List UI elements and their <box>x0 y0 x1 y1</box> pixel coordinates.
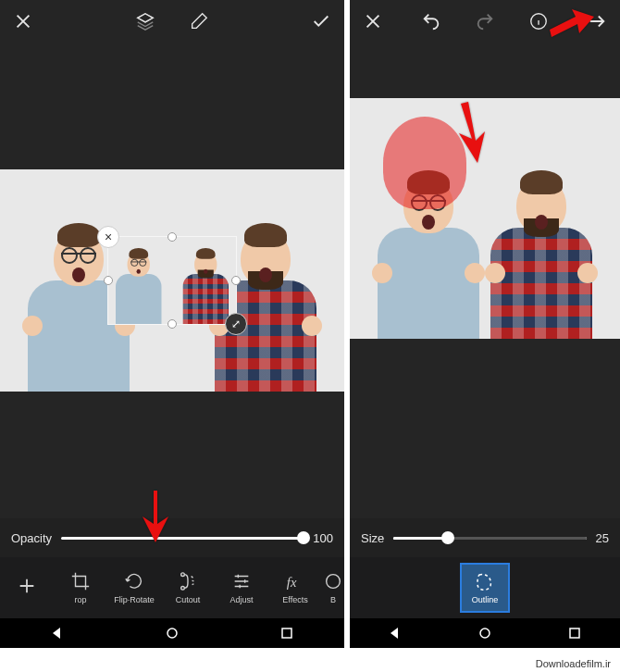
topbar <box>0 0 344 43</box>
undo-icon[interactable] <box>417 7 445 35</box>
size-value: 25 <box>596 531 609 545</box>
svg-rect-8 <box>570 628 579 638</box>
watermark: Downloadefilm.ir <box>532 657 614 670</box>
canvas[interactable]: × ⤢ <box>0 43 344 518</box>
opacity-value: 100 <box>313 531 333 545</box>
svg-point-4 <box>167 628 177 638</box>
svg-point-3 <box>327 575 341 589</box>
recent-icon[interactable] <box>567 626 582 641</box>
redo-icon[interactable] <box>471 7 499 35</box>
recent-icon[interactable] <box>279 626 294 641</box>
opacity-slider[interactable] <box>61 537 304 540</box>
svg-point-0 <box>181 573 185 577</box>
home-icon[interactable] <box>477 626 492 641</box>
size-slider[interactable] <box>393 537 586 540</box>
close-icon[interactable] <box>359 7 387 35</box>
editor-left-panel: × ⤢ Opacity 100 rop <box>0 0 344 648</box>
crop-button[interactable]: rop <box>54 571 107 604</box>
android-navbar <box>0 618 344 648</box>
svg-text:fx: fx <box>287 575 297 590</box>
effects-button[interactable]: fx Effects <box>268 571 322 604</box>
back-icon[interactable] <box>388 626 403 641</box>
svg-point-7 <box>480 628 490 638</box>
bottom-toolbar: Outline <box>350 557 620 618</box>
blend-button[interactable]: B <box>322 571 344 604</box>
add-button[interactable] <box>0 576 54 600</box>
selection-overlay[interactable]: × ⤢ <box>107 236 237 325</box>
annotation-arrow-icon <box>452 102 489 168</box>
outline-button[interactable]: Outline <box>460 563 510 613</box>
bottom-toolbar: rop Flip·Rotate Cutout Adjust fx Effects… <box>0 557 344 618</box>
editor-right-panel: Tap to cut out <box>350 0 620 648</box>
adjust-button[interactable]: Adjust <box>215 571 268 604</box>
layers-icon[interactable] <box>131 7 159 35</box>
eraser-icon[interactable] <box>185 7 213 35</box>
opacity-label: Opacity <box>11 531 52 545</box>
photo: × ⤢ <box>0 169 344 392</box>
cutout-button[interactable]: Cutout <box>161 571 215 604</box>
apply-icon[interactable] <box>307 7 335 35</box>
svg-rect-5 <box>282 628 291 638</box>
home-icon[interactable] <box>165 626 180 641</box>
resize-handle-left[interactable] <box>104 276 113 285</box>
annotation-arrow-icon <box>548 7 594 43</box>
svg-point-1 <box>181 587 185 591</box>
annotation-arrow-icon <box>137 489 174 548</box>
close-icon[interactable] <box>9 7 37 35</box>
size-slider-row: Size 25 <box>350 518 620 557</box>
overlay-resize-icon[interactable]: ⤢ <box>225 313 247 335</box>
resize-handle-bottom[interactable] <box>167 319 177 329</box>
flip-rotate-button[interactable]: Flip·Rotate <box>107 571 161 604</box>
overlay-close-icon[interactable]: × <box>97 226 119 248</box>
resize-handle-right[interactable] <box>231 276 241 285</box>
back-icon[interactable] <box>50 626 65 641</box>
android-navbar <box>350 618 620 648</box>
size-label: Size <box>361 531 384 545</box>
resize-handle-top[interactable] <box>167 232 177 242</box>
